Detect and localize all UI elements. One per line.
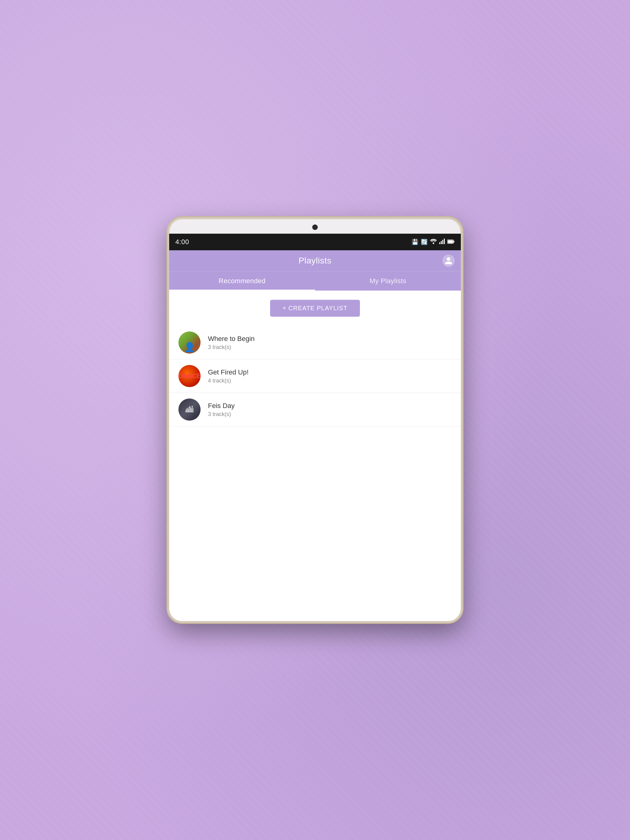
svg-rect-3 — [442, 240, 443, 244]
signal-icon — [439, 238, 445, 246]
playlist-list: Where to Begin 3 track(s) DANCE Get Fire… — [169, 326, 461, 426]
svg-rect-7 — [448, 240, 453, 243]
status-time: 4:00 — [175, 238, 189, 246]
list-item[interactable]: DANCE Get Fired Up! 4 track(s) — [169, 359, 461, 393]
playlist-info: Feis Day 3 track(s) — [208, 402, 451, 418]
list-item[interactable]: Where to Begin 3 track(s) — [169, 326, 461, 359]
playlist-thumbnail-get-fired-up: DANCE — [179, 365, 201, 387]
status-bar: 4:00 💾 🔄 — [169, 234, 461, 250]
app-screen: Playlists Recommended My Playlists + CRE… — [169, 250, 461, 621]
svg-rect-6 — [454, 241, 455, 243]
playlist-track-count: 4 track(s) — [208, 377, 451, 384]
svg-rect-1 — [439, 242, 440, 244]
tab-recommended[interactable]: Recommended — [169, 272, 315, 291]
playlist-thumbnail-feis-day: 🏙 — [179, 398, 201, 421]
svg-rect-2 — [441, 241, 442, 244]
playlist-info: Get Fired Up! 4 track(s) — [208, 368, 451, 384]
tab-my-playlists[interactable]: My Playlists — [315, 272, 461, 291]
user-icon — [444, 256, 453, 265]
sd-card-icon: 💾 — [412, 238, 418, 245]
page-title: Playlists — [298, 256, 331, 266]
create-playlist-wrapper: + CREATE PLAYLIST — [169, 300, 461, 317]
svg-rect-4 — [444, 238, 445, 244]
list-item[interactable]: 🏙 Feis Day 3 track(s) — [169, 393, 461, 426]
sync-icon: 🔄 — [421, 238, 427, 245]
tab-bar: Recommended My Playlists — [169, 271, 461, 291]
status-icons: 💾 🔄 — [412, 238, 455, 246]
create-playlist-button[interactable]: + CREATE PLAYLIST — [270, 300, 359, 317]
user-avatar-button[interactable] — [442, 254, 455, 267]
content-area: + CREATE PLAYLIST Where to Begin 3 track… — [169, 291, 461, 621]
playlist-name: Feis Day — [208, 402, 451, 410]
tablet-shell: 4:00 💾 🔄 — [167, 217, 463, 623]
wifi-icon — [430, 238, 437, 246]
battery-icon — [447, 239, 455, 245]
svg-point-0 — [433, 242, 434, 244]
playlist-name: Get Fired Up! — [208, 368, 451, 376]
playlist-track-count: 3 track(s) — [208, 344, 451, 351]
playlist-name: Where to Begin — [208, 335, 451, 343]
playlist-thumbnail-where-to-begin — [179, 332, 201, 354]
playlist-track-count: 3 track(s) — [208, 411, 451, 418]
playlist-info: Where to Begin 3 track(s) — [208, 335, 451, 351]
app-header: Playlists — [169, 250, 461, 271]
